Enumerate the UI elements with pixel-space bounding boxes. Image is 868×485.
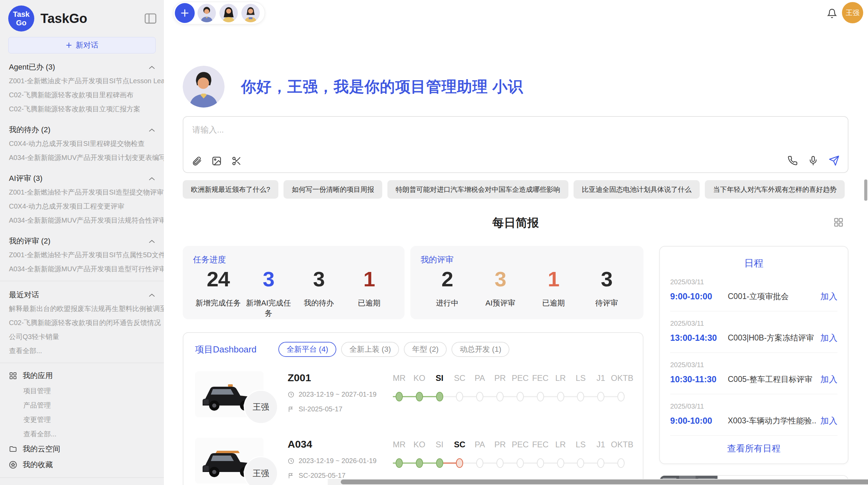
section-title: AI评审 (3) <box>9 173 43 184</box>
folder-icon <box>9 445 17 453</box>
section-title: 我的待办 (2) <box>9 125 50 135</box>
filter-powertrain[interactable]: 动总开发 (1) <box>451 342 509 357</box>
apps-grid-icon <box>9 372 17 380</box>
suggestion-chip[interactable]: 当下年轻人对汽车外观有怎样的喜好趋势 <box>705 180 845 199</box>
milestone-label: LR <box>551 440 571 449</box>
section-my-apps[interactable]: 我的应用 <box>0 368 164 384</box>
add-agent-button[interactable] <box>175 3 195 23</box>
list-item[interactable]: Z001-全新燃油轻卡产品开发项目SI造型提交物评审 <box>0 185 164 199</box>
section-my-review[interactable]: 我的评审 (2) <box>0 234 164 248</box>
section-ai-review[interactable]: AI评审 (3) <box>0 172 164 185</box>
project-thumb: 王强 <box>195 371 279 423</box>
list-item[interactable]: C02-飞腾新能源轻客改款项目立项汇报方案 <box>0 102 164 116</box>
milestone-label: PEC <box>510 440 530 449</box>
flag-date: SI-2025-05-17 <box>299 405 342 413</box>
milestone-dot <box>476 392 483 401</box>
phone-icon[interactable] <box>787 156 798 166</box>
list-item[interactable]: Z001-全新燃油皮卡产品开发项目SI节点Lesson Learn报告 <box>0 74 164 88</box>
stat-new-completed: 24 新增完成任务 <box>193 267 243 319</box>
project-row-a034[interactable]: 王强 A034 2023-12-19 ~ 2026-01-19 <box>195 438 631 485</box>
project-flag: SC-2025-05-17 <box>288 472 389 480</box>
milestone-dot-done <box>396 458 403 468</box>
milestone-label: LS <box>570 373 591 383</box>
filter-all-new-platform[interactable]: 全新平台 (4) <box>278 342 336 357</box>
new-chat-button[interactable]: 新对话 <box>8 37 156 53</box>
user-avatar[interactable]: 王强 <box>842 2 863 23</box>
sidebar-collapse-icon[interactable] <box>145 12 156 25</box>
greeting-row: 你好，王强，我是你的项目管理助理 小识 <box>183 66 848 108</box>
stat-value: 3 <box>243 267 294 291</box>
view-all-schedule-link[interactable]: 查看所有日程 <box>670 436 837 457</box>
milestone-label: J1 <box>591 440 611 449</box>
layout-grid-icon[interactable] <box>833 217 844 229</box>
section-agent-done[interactable]: Agent已办 (3) <box>0 60 164 74</box>
schedule-entry: 2025/03/11 10:30-11:30 C005-整车工程目标评审 加入 <box>670 353 837 394</box>
list-item[interactable]: C0X4-动力总成开发项目SI里程碑提交物检查 <box>0 137 164 151</box>
filter-year-model[interactable]: 年型 (2) <box>404 342 447 357</box>
project-row-z001[interactable]: 王强 Z001 2023-12-19 ~ 2027-01-19 <box>195 371 631 423</box>
view-all-chats[interactable]: 查看全部... <box>0 344 164 358</box>
stat-value: 2 <box>421 267 474 291</box>
microphone-icon[interactable] <box>808 156 818 166</box>
join-link[interactable]: 加入 <box>820 374 837 385</box>
agent-avatar-3[interactable] <box>241 3 261 23</box>
list-item[interactable]: 公司Q3轻卡销量 <box>0 330 164 344</box>
milestone-dot-done <box>416 458 423 468</box>
section-my-todo[interactable]: 我的待办 (2) <box>0 123 164 137</box>
image-icon[interactable] <box>212 156 222 166</box>
list-item[interactable]: 解释最新出台的欧盟报废车法规再生塑料比例被调至15%... <box>0 302 164 316</box>
milestone-dots <box>389 391 631 402</box>
scissors-icon[interactable] <box>231 156 242 166</box>
list-item[interactable]: C02-飞腾新能源轻客改款项目的闭环通告反馈情况 <box>0 316 164 330</box>
horizontal-scrollbar-thumb[interactable] <box>341 480 868 484</box>
milestone-dot <box>597 392 604 401</box>
suggestion-chip[interactable]: 欧洲新规最近颁布了什么? <box>183 180 278 199</box>
notification-bell-icon[interactable] <box>827 8 837 20</box>
suggestion-chip[interactable]: 如何写一份清晰的项目周报 <box>284 180 382 199</box>
app-item-product-mgmt[interactable]: 产品管理 <box>0 398 164 412</box>
agent-avatar-1[interactable] <box>197 3 217 23</box>
suggestion-chip[interactable]: 比亚迪全固态电池计划具体说了什么 <box>574 180 700 199</box>
paperclip-icon[interactable] <box>192 156 202 166</box>
join-link[interactable]: 加入 <box>820 291 837 302</box>
view-all-apps[interactable]: 查看全部... <box>0 427 164 441</box>
assistant-avatar <box>183 66 225 108</box>
topbar: 王强 <box>164 0 868 26</box>
stat-value: 1 <box>527 267 580 291</box>
list-item[interactable]: A034-全新新能源MUV产品开发项目造型可行性评审 <box>0 262 164 276</box>
entry-date: 2025/03/11 <box>670 402 837 410</box>
entry-title: C005-整车工程目标评审 <box>728 374 816 385</box>
suggestion-chip[interactable]: 特朗普可能对进口汽车增税会对中国车企造成哪些影响 <box>387 180 568 199</box>
cloud-space-label: 我的云空间 <box>23 444 60 454</box>
send-icon[interactable] <box>829 155 840 166</box>
section-recent-chats[interactable]: 最近对话 <box>0 288 164 302</box>
vertical-scrollbar-thumb[interactable] <box>864 179 867 201</box>
app-item-change-mgmt[interactable]: 变更管理 <box>0 412 164 427</box>
stat-grid: 2 进行中 3 AI预评审 1 已逾期 <box>421 267 633 308</box>
list-item[interactable]: A034-全新新能源MUV产品开发项目法规符合性评审 <box>0 213 164 227</box>
sidebar-item-ai-super-staff[interactable]: AI超级员工 <box>0 483 164 485</box>
list-item[interactable]: Z001-全新燃油轻卡产品开发项目SI节点属性5D文件评审 <box>0 248 164 262</box>
entry-time: 10:30-11:30 <box>670 374 728 384</box>
filter-new-body[interactable]: 全新上装 (3) <box>341 342 399 357</box>
task-progress-card: 任务进度 24 新增完成任务 3 新增AI完成任务 <box>183 246 405 319</box>
milestone-dot <box>517 458 524 468</box>
list-item[interactable]: A034-全新新能源MUV产品开发项目计划变更表编写 <box>0 151 164 165</box>
chat-input[interactable] <box>192 125 839 135</box>
sidebar-item-favorites[interactable]: 我的收藏 <box>0 457 164 473</box>
dashboard-title: 项目Dashboard <box>195 344 256 356</box>
agent-avatar-2[interactable] <box>219 3 239 23</box>
stat-label: 待评审 <box>580 298 633 308</box>
project-info: Z001 2023-12-19 ~ 2027-01-19 SI-2025-05-… <box>288 371 389 413</box>
schedule-card: 日程 2025/03/11 9:00-10:00 C001-立项审批会 加入 2… <box>659 246 848 464</box>
milestone-label: KO <box>409 440 430 449</box>
join-link[interactable]: 加入 <box>820 332 837 344</box>
milestone-dot <box>577 458 584 468</box>
sidebar-item-cloud-space[interactable]: 我的云空间 <box>0 441 164 457</box>
app-item-project-mgmt[interactable]: 项目管理 <box>0 384 164 398</box>
list-item[interactable]: C02-飞腾新能源轻客改款项目里程碑画布 <box>0 88 164 102</box>
date-range: 2023-12-19 ~ 2026-01-19 <box>299 457 376 465</box>
section-title: 最近对话 <box>9 290 39 300</box>
join-link[interactable]: 加入 <box>820 415 837 426</box>
list-item[interactable]: C0X4-动力总成开发项目工程变更评审 <box>0 199 164 213</box>
